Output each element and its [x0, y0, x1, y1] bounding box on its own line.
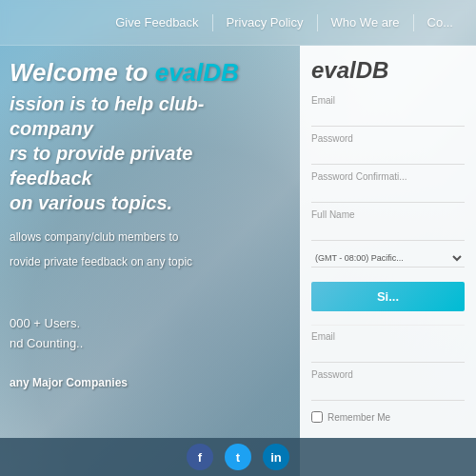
panel-logo: evalDB: [311, 57, 465, 84]
password-confirm-label: Password Confirmati...: [311, 171, 465, 182]
subtitle-line3: on various topics.: [10, 190, 267, 215]
facebook-icon[interactable]: f: [187, 444, 213, 470]
logo-eval: eval: [311, 57, 356, 83]
nav-privacy-policy[interactable]: Privacy Policy: [213, 15, 317, 30]
auth-panel: evalDB Email Password Password Confirmat…: [300, 46, 476, 476]
password-label: Password: [311, 133, 465, 144]
stat-users: 000 + Users.: [10, 314, 83, 334]
desc-line1: allows company/club members to: [10, 228, 192, 246]
login-password-input[interactable]: [311, 383, 465, 401]
hero-stats: 000 + Users. nd Counting..: [10, 314, 83, 354]
remember-me-label: Remember Me: [327, 412, 390, 423]
signup-fullname-input[interactable]: [311, 223, 465, 241]
brand-name: evalDB: [155, 58, 239, 87]
welcome-text: Welcome to: [10, 58, 155, 87]
companies-text: any Major Companies: [10, 376, 128, 389]
desc-line2: rovide private feedback on any topic: [10, 253, 192, 270]
remember-me-row: Remember Me: [311, 411, 465, 423]
hero-title: Welcome to evalDB: [10, 57, 267, 89]
hero-description: allows company/club members to rovide pr…: [10, 228, 192, 278]
fullname-group: Full Name: [311, 209, 465, 241]
logo-db: DB: [356, 57, 389, 83]
stat-counting: nd Counting..: [10, 334, 83, 354]
email-group: Email: [311, 95, 465, 127]
nav-contact[interactable]: Co...: [414, 15, 466, 30]
nav-who-we-are[interactable]: Who We are: [318, 15, 413, 30]
twitter-icon[interactable]: t: [225, 444, 251, 470]
fullname-label: Full Name: [311, 209, 465, 220]
navbar: Give Feedback Privacy Policy Who We are …: [0, 0, 476, 46]
nav-give-feedback[interactable]: Give Feedback: [102, 15, 211, 30]
timezone-group: (GMT - 08:00) Pacific...: [311, 248, 465, 268]
remember-me-checkbox[interactable]: [311, 411, 323, 423]
signup-password-confirm-input[interactable]: [311, 185, 465, 203]
hero-section: Welcome to evalDB ission is to help club…: [10, 57, 267, 215]
login-email-input[interactable]: [311, 345, 465, 363]
linkedin-icon[interactable]: in: [263, 444, 289, 470]
password-group: Password: [311, 133, 465, 165]
login-email-label: Email: [311, 331, 465, 342]
social-footer: f t in: [0, 438, 476, 476]
subtitle-line1: ission is to help club-company: [10, 91, 267, 141]
signup-password-input[interactable]: [311, 147, 465, 165]
panel-divider: [311, 325, 465, 326]
email-label: Email: [311, 95, 465, 106]
login-email-group: Email: [311, 331, 465, 363]
hero-companies: any Major Companies: [10, 376, 128, 389]
timezone-select[interactable]: (GMT - 08:00) Pacific...: [311, 249, 465, 268]
login-password-group: Password: [311, 369, 465, 401]
hero-subtitle: ission is to help club-company rs to pro…: [10, 91, 267, 215]
password-confirm-group: Password Confirmati...: [311, 171, 465, 203]
subtitle-line2: rs to provide private feedback: [10, 141, 267, 190]
signup-button[interactable]: Si...: [311, 282, 465, 311]
signup-email-input[interactable]: [311, 109, 465, 127]
login-password-label: Password: [311, 369, 465, 380]
